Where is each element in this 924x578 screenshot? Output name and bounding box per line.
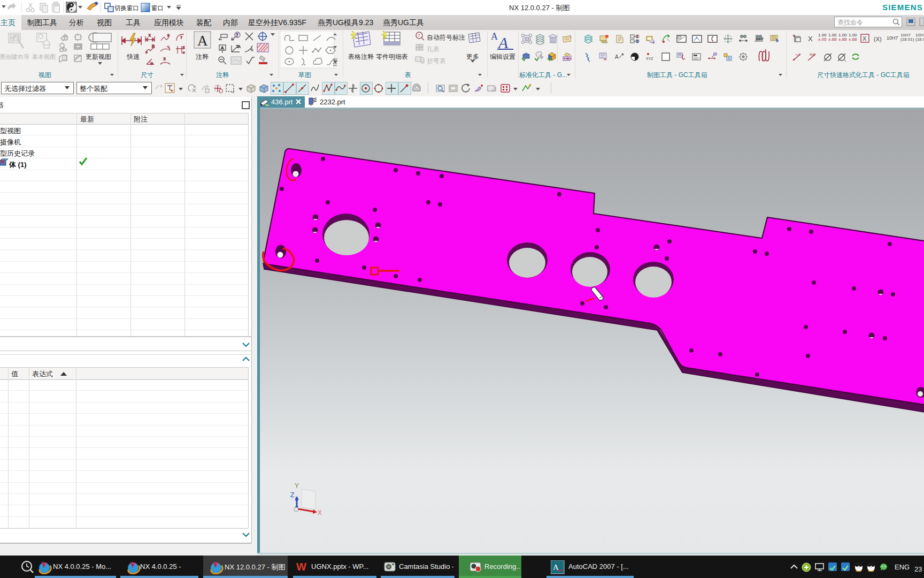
svg-text:x: x <box>183 45 184 49</box>
svg-text:XYZ: XYZ <box>646 57 653 60</box>
svg-text:A: A <box>197 33 208 49</box>
svg-text:Y: Y <box>295 482 299 490</box>
svg-text:X: X <box>808 35 813 43</box>
svg-text:(X): (X) <box>874 36 882 42</box>
svg-text:x: x <box>164 57 166 60</box>
svg-text:o: o <box>183 51 185 54</box>
svg-text:A: A <box>491 31 498 42</box>
svg-text:X: X <box>863 35 867 42</box>
svg-text:r: r <box>181 35 182 39</box>
svg-text:1: 1 <box>637 35 638 38</box>
svg-text:7: 7 <box>236 33 238 37</box>
svg-text:TA: TA <box>236 45 240 48</box>
svg-text:R: R <box>152 44 155 48</box>
svg-text:10H7: 10H7 <box>756 37 764 41</box>
svg-text:A: A <box>604 57 607 62</box>
svg-text:2: 2 <box>637 40 638 43</box>
svg-text:A: A <box>221 45 224 50</box>
svg-text:A: A <box>615 54 619 60</box>
svg-text:c: c <box>167 33 170 37</box>
svg-text:A: A <box>497 34 509 50</box>
svg-text:2: 2 <box>421 60 423 64</box>
svg-text:n.0: n.0 <box>796 53 800 56</box>
svg-text:x: x <box>149 33 151 37</box>
svg-text:X: X <box>318 509 322 516</box>
svg-text:A: A <box>553 563 559 572</box>
svg-text:R|Ø: R|Ø <box>810 53 815 56</box>
svg-text:7: 7 <box>418 33 420 38</box>
svg-text:Z: Z <box>290 491 294 499</box>
